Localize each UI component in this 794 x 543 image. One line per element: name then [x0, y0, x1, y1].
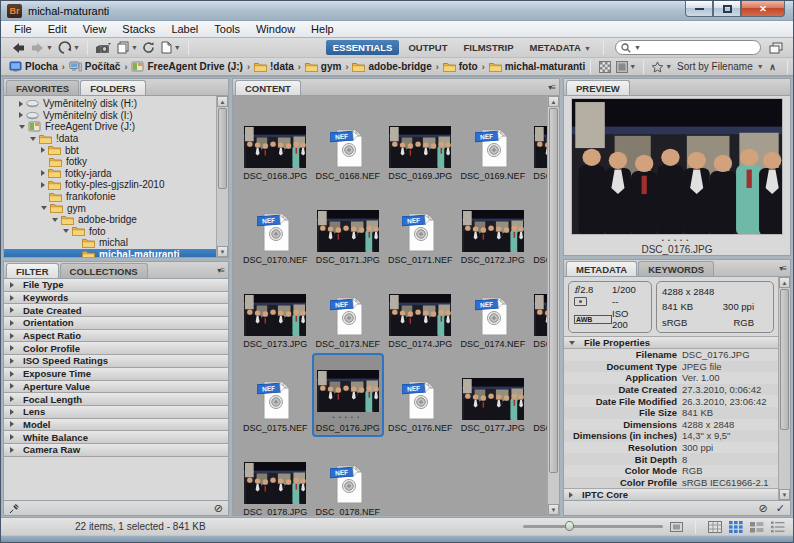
folder-tree-item-fotky[interactable]: fotky	[4, 156, 216, 168]
filter-category-camera-raw[interactable]: Camera Raw	[4, 444, 228, 457]
expand-arrow-icon[interactable]	[10, 333, 14, 339]
refine-button[interactable]: ▼	[116, 40, 138, 56]
back-button[interactable]	[11, 40, 26, 56]
breadcrumb-item-freeagent-drive-j-[interactable]: FreeAgent Drive (J:)	[131, 61, 243, 72]
filter-category-keywords[interactable]: Keywords	[4, 292, 228, 305]
thumbnail-cell-dsc_0178.jpg[interactable]: DSC_0178.JPG	[239, 437, 312, 515]
menu-item-label[interactable]: Label	[163, 22, 206, 36]
expand-arrow-icon[interactable]	[10, 371, 14, 377]
scroll-up-icon[interactable]: ▲	[548, 96, 559, 107]
expand-arrow-icon[interactable]	[10, 358, 14, 364]
expand-arrow-icon[interactable]	[41, 206, 47, 210]
breadcrumb-item-michal-maturanti[interactable]: michal-maturanti	[489, 61, 586, 72]
expand-arrow-icon[interactable]	[41, 182, 45, 188]
preview-image[interactable]	[571, 98, 783, 235]
expand-arrow-icon[interactable]	[19, 112, 23, 118]
menu-item-help[interactable]: Help	[303, 22, 342, 36]
thumbnail-cell-dsc_0171.nef[interactable]: NEFDSC_0171.NEF	[384, 185, 457, 269]
expand-arrow-icon[interactable]	[10, 307, 14, 313]
thumbnail-cell-dsc_0168.jpg[interactable]: DSC_0168.JPG	[239, 101, 312, 185]
metadata-value[interactable]: 300 ppi	[682, 442, 713, 453]
expand-arrow-icon[interactable]	[52, 218, 58, 222]
folders-scrollbar[interactable]: ▲ ▼	[216, 96, 228, 257]
maximize-button[interactable]	[713, 1, 741, 17]
folders-tab-favorites[interactable]: FAVORITES	[6, 80, 79, 95]
metadata-section-file-properties[interactable]: File Properties	[564, 336, 778, 349]
thumbnail-cell-dsc_0175.nef[interactable]: NEFDSC_0175.NEF	[239, 353, 312, 437]
filter-tab-filter[interactable]: FILTER	[6, 263, 59, 278]
metadata-value[interactable]: RGB	[682, 465, 703, 476]
filter-category-aspect-ratio[interactable]: Aspect Ratio	[4, 330, 228, 343]
expand-arrow-icon[interactable]	[10, 345, 14, 351]
pin-icon[interactable]	[9, 503, 20, 514]
cancel-metadata-icon[interactable]: ⊘	[759, 503, 768, 514]
metadata-value[interactable]: 14,3" x 9,5"	[682, 430, 730, 441]
expand-arrow-icon[interactable]	[10, 421, 14, 427]
folder-tree-item-fotky-ples-gjszlin-2010[interactable]: fotky-ples-gjszlin-2010	[4, 179, 216, 191]
thumbnail-cell-dsc_0174.nef[interactable]: NEFDSC_0174.NEF	[457, 269, 530, 353]
rating-dots[interactable]: •••••	[333, 414, 364, 420]
thumbnail-cell-dsc_0176.nef[interactable]: NEFDSC_0176.NEF	[384, 353, 457, 437]
grid-lock-view-icon[interactable]	[708, 521, 722, 533]
list-view-icon[interactable]	[771, 521, 785, 533]
content-scrollbar[interactable]: ▲ ▼	[547, 96, 559, 515]
metadata-value[interactable]: 841 KB	[682, 407, 713, 418]
filter-category-file-type[interactable]: File Type	[4, 279, 228, 292]
preview-tab-preview[interactable]: PREVIEW	[566, 80, 630, 95]
thumbnail-cell-dsc_0170.jpg[interactable]: DSC_0170.JPG	[529, 101, 547, 185]
scrollbar-thumb[interactable]	[780, 289, 789, 430]
smaller-thumbnails-icon[interactable]	[670, 522, 683, 532]
chevron-down-icon[interactable]: ▼	[757, 63, 764, 70]
thumbnail-cell-dsc_0178.nef[interactable]: NEFDSC_0178.NEF	[312, 437, 385, 515]
scrollbar-thumb[interactable]	[549, 108, 558, 473]
scroll-down-icon[interactable]: ▼	[779, 489, 790, 500]
expand-arrow-icon[interactable]	[63, 229, 69, 233]
expand-arrow-icon[interactable]	[10, 447, 14, 453]
thumbnail-cell-dsc_0169.nef[interactable]: NEFDSC_0169.NEF	[457, 101, 530, 185]
thumbnail-cell-dsc_0177.nef[interactable]: NEFDSC_0177.NEF	[529, 353, 547, 437]
filter-category-white-balance[interactable]: White Balance	[4, 431, 228, 444]
expand-arrow-icon[interactable]	[41, 147, 45, 153]
compact-mode-button[interactable]	[769, 40, 783, 56]
breadcrumb-item-po-ta-[interactable]: Počítač	[69, 61, 121, 72]
breadcrumb-item-foto[interactable]: foto	[443, 61, 478, 72]
forward-button[interactable]: ▼	[30, 40, 53, 56]
filter-category-iso-speed-ratings[interactable]: ISO Speed Ratings	[4, 355, 228, 368]
scroll-up-icon[interactable]: ▲	[217, 96, 228, 107]
rating-dots[interactable]: •••••	[662, 237, 693, 243]
expand-arrow-icon[interactable]	[10, 295, 14, 301]
expand-arrow-icon[interactable]	[10, 282, 14, 288]
expand-arrow-icon[interactable]	[569, 492, 573, 498]
metadata-value[interactable]: 4288 x 2848	[682, 419, 734, 430]
thumbnail-cell-dsc_0173.jpg[interactable]: DSC_0173.JPG	[239, 269, 312, 353]
expand-arrow-icon[interactable]	[10, 383, 14, 389]
scroll-up-icon[interactable]: ▲	[779, 277, 790, 288]
thumbnail-cell-dsc_0172.nef[interactable]: NEFDSC_0172.NEF	[529, 185, 547, 269]
sort-ascending-icon[interactable]: ∧	[766, 59, 780, 75]
expand-arrow-icon[interactable]	[41, 170, 45, 176]
apply-metadata-icon[interactable]: ✓	[776, 503, 785, 514]
thumbnail-cell-dsc_0168.nef[interactable]: NEFDSC_0168.NEF	[312, 101, 385, 185]
folder-tree-item-adobe-bridge[interactable]: adobe-bridge	[4, 214, 216, 226]
expand-arrow-icon[interactable]	[569, 341, 575, 345]
scroll-down-icon[interactable]: ▼	[548, 504, 559, 515]
thumbnail-cell-dsc_0176.jpg[interactable]: •••••DSC_0176.JPG	[312, 353, 385, 437]
folder-tree-item-vym-niteln-disk-h-[interactable]: Vyměnitelný disk (H:)	[4, 98, 216, 110]
clear-filter-icon[interactable]: ⊘	[214, 503, 223, 514]
thumbnail-cell-dsc_0174.jpg[interactable]: DSC_0174.JPG	[384, 269, 457, 353]
filter-category-aperture-value[interactable]: Aperture Value	[4, 381, 228, 394]
details-view-icon[interactable]	[750, 521, 764, 533]
thumbnail-cell-dsc_0173.nef[interactable]: NEFDSC_0173.NEF	[312, 269, 385, 353]
minimize-button[interactable]	[685, 1, 713, 17]
filter-by-rating-button[interactable]: ▼	[651, 59, 672, 75]
camera-raw-button[interactable]	[142, 40, 156, 56]
metadata-value[interactable]: 26.3.2010, 23:06:42	[682, 396, 767, 407]
search-input[interactable]: ▼	[615, 40, 761, 55]
folder-tree-item-michal-maturanti[interactable]: michal-maturanti	[4, 249, 216, 257]
metadata-value[interactable]: JPEG file	[682, 361, 722, 372]
expand-arrow-icon[interactable]	[30, 137, 36, 141]
expand-arrow-icon[interactable]	[10, 434, 14, 440]
filter-category-color-profile[interactable]: Color Profile	[4, 342, 228, 355]
workspace-tab-filmstrip[interactable]: FILMSTRIP	[456, 40, 520, 55]
slider-knob[interactable]	[565, 521, 574, 531]
